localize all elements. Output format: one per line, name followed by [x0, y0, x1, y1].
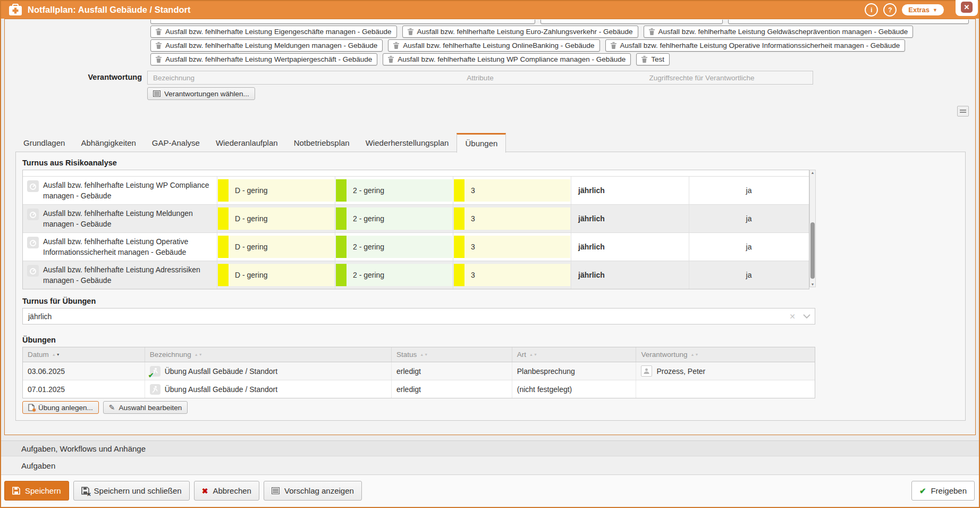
- uebung-anlegen-button[interactable]: ✱ Übung anlegen...: [22, 401, 99, 414]
- trash-icon[interactable]: [156, 56, 162, 63]
- risk-chip[interactable]: Ausfall bzw. fehlherhafte Leistung Onlin…: [388, 39, 599, 52]
- column-header-bezeichnung[interactable]: Bezeichnung ▲▼: [145, 347, 392, 362]
- tab-bar: Grundlagen Abhängigkeiten GAP-Analyse Wi…: [15, 132, 506, 152]
- close-button[interactable]: ✕: [961, 2, 973, 13]
- sort-icons: ▲▼: [529, 353, 537, 356]
- tab-abhaengigkeiten[interactable]: Abhängigkeiten: [73, 133, 143, 152]
- uebungen-table-header: Datum ▲▼ Bezeichnung ▲▼ Status ▲▼ Art ▲▼…: [23, 347, 815, 362]
- trash-icon[interactable]: [156, 42, 162, 49]
- tab-notbetriebsplan[interactable]: Notbetriebsplan: [286, 133, 358, 152]
- risk-chip[interactable]: Ausfall bzw. fehlherhafte Leistung Opera…: [605, 39, 906, 52]
- clear-icon[interactable]: ✕: [789, 312, 796, 321]
- chevron-down-icon: ▼: [933, 7, 937, 13]
- chip-partial[interactable]: [150, 20, 535, 24]
- check-icon: ✔: [148, 371, 154, 379]
- severity-bar-yellow: [218, 264, 229, 286]
- table-row[interactable]: Ausfall bzw. fehlherhafte Leistung WP Co…: [23, 177, 809, 205]
- trash-icon[interactable]: [156, 28, 162, 35]
- severity-bar-yellow: [218, 207, 229, 230]
- save-and-close-button[interactable]: ✕ Speichern und schließen: [73, 481, 190, 501]
- risk-item-icon: [27, 237, 39, 248]
- trash-icon[interactable]: [611, 42, 616, 49]
- risk-chip[interactable]: Ausfall bzw. fehlherhafte Leistung Meldu…: [150, 39, 383, 52]
- chip-row: Ausfall bzw. fehlherhafte Leistung Meldu…: [150, 39, 969, 52]
- trash-icon[interactable]: [649, 28, 655, 35]
- risk-chip[interactable]: Ausfall bzw. fehlherhafte Leistung Euro-…: [402, 26, 638, 38]
- sort-icons: ▲▼: [691, 353, 699, 356]
- turnus-select-label: Turnus für Übungen: [22, 297, 96, 305]
- risk-section-title: Turnus aus Risikoanalyse: [22, 159, 117, 167]
- verantwortung-label: Verantwortung: [5, 73, 142, 81]
- table-row[interactable]: Ausfall bzw. fehlherhafte Leistung Opera…: [23, 233, 809, 261]
- scroll-up-button[interactable]: ▲: [810, 171, 815, 174]
- severity-bar-yellow: [454, 236, 464, 258]
- uebungen-table: Datum ▲▼ Bezeichnung ▲▼ Status ▲▼ Art ▲▼…: [22, 347, 815, 398]
- table-row[interactable]: 07.01.2025 Übung Ausfall Gebäude / Stand…: [23, 380, 815, 398]
- risk-chip[interactable]: Ausfall bzw. fehlherhafte Leistung Eigen…: [150, 26, 397, 38]
- tab-grundlagen[interactable]: Grundlagen: [15, 133, 73, 152]
- chip-partial[interactable]: [728, 20, 969, 24]
- help-button[interactable]: ?: [883, 3, 897, 16]
- severity-bar-yellow: [218, 179, 229, 202]
- auswahl-bearbeiten-button[interactable]: ✎ Auswahl bearbeiten: [103, 401, 188, 414]
- notfallplan-form-panel: Ausfall bzw. fehlherhafte Leistung Eigen…: [4, 19, 976, 435]
- trash-icon[interactable]: [393, 42, 399, 49]
- section-aufgaben-workflows-anhaenge[interactable]: Aufgaben, Workflows und Anhänge: [1, 440, 979, 456]
- scroll-down-button[interactable]: ▼: [810, 282, 815, 286]
- verantwortungen-waehlen-button[interactable]: Verantwortungen wählen...: [147, 87, 255, 100]
- check-icon: ✔: [919, 486, 926, 496]
- verantwortung-table-header: Bezeichnung Attribute Zugriffsrechte für…: [147, 71, 813, 85]
- sort-icons: ▲▼: [52, 353, 60, 356]
- section-aufgaben[interactable]: Aufgaben: [1, 456, 979, 474]
- person-icon: [641, 365, 652, 377]
- chip-row: Ausfall bzw. fehlherhafte Leistung Eigen…: [150, 26, 969, 38]
- first-aid-kit-icon: [9, 4, 22, 16]
- severity-bar-yellow: [218, 236, 229, 258]
- scrollbar-thumb[interactable]: [810, 222, 815, 279]
- uebung-icon: ✔: [150, 366, 160, 377]
- risk-turnus-table: managen - Gebäude Ausfall bzw. fehlherha…: [22, 170, 809, 289]
- tab-wiederherstellungsplan[interactable]: Wiederherstellungsplan: [358, 133, 457, 152]
- uebung-icon: [150, 384, 160, 395]
- column-header-datum[interactable]: Datum ▲▼: [23, 347, 145, 362]
- trash-icon[interactable]: [641, 56, 647, 63]
- layout-toggle-button[interactable]: [957, 106, 969, 116]
- risk-chip[interactable]: Test: [636, 53, 670, 65]
- table-row[interactable]: Ausfall bzw. fehlherhafte Leistung Meldu…: [23, 205, 809, 233]
- table-row-clipped: managen - Gebäude: [23, 170, 809, 177]
- risk-chip[interactable]: Ausfall bzw. fehlherhafte Leistung Wertp…: [150, 53, 377, 65]
- table-row[interactable]: Ausfall bzw. fehlherhafte Leistung Adres…: [23, 261, 809, 289]
- risk-chip[interactable]: Ausfall bzw. fehlherhafte Leistung WP Co…: [383, 53, 631, 65]
- document-add-icon: ✱: [28, 404, 35, 411]
- tab-uebungen[interactable]: Übungen: [457, 133, 506, 153]
- column-header-verantwortung[interactable]: Verantwortung ▲▼: [636, 347, 815, 362]
- vorschlag-anzeigen-button[interactable]: Vorschlag anzeigen: [264, 481, 362, 501]
- column-header-status[interactable]: Status ▲▼: [392, 347, 512, 362]
- vertical-scrollbar[interactable]: ▲ ▼: [809, 170, 816, 287]
- severity-bar-green: [336, 264, 347, 286]
- save-icon: [12, 487, 20, 495]
- column-header-art[interactable]: Art ▲▼: [512, 347, 637, 362]
- trash-icon[interactable]: [388, 56, 394, 63]
- risk-chip[interactable]: Ausfall bzw. fehlherhafte Leistung Geldw…: [644, 26, 914, 38]
- chip-partial[interactable]: [540, 20, 723, 24]
- save-button[interactable]: Speichern: [4, 481, 69, 501]
- chip-row: Ausfall bzw. fehlherhafte Leistung Wertp…: [150, 53, 969, 65]
- risk-item-icon: [27, 209, 39, 220]
- extras-button[interactable]: Extras ▼: [902, 4, 944, 15]
- column-header-bezeichnung: Bezeichnung: [148, 74, 369, 82]
- severity-bar-green: [336, 207, 347, 230]
- severity-bar-green: [336, 179, 347, 202]
- tab-gap-analyse[interactable]: GAP-Analyse: [144, 133, 208, 152]
- tab-wiederanlaufplan[interactable]: Wiederanlaufplan: [208, 133, 286, 152]
- uebungen-section-title: Übungen: [22, 336, 56, 344]
- turnus-select[interactable]: jährlich ✕: [22, 308, 815, 324]
- uebungen-tab-panel: Turnus aus Risikoanalyse managen - Gebäu…: [15, 152, 966, 421]
- cancel-button[interactable]: ✖ Abbrechen: [194, 481, 259, 501]
- freigeben-button[interactable]: ✔ Freigeben: [911, 481, 975, 501]
- trash-icon[interactable]: [408, 28, 413, 35]
- table-row[interactable]: 03.06.2025 ✔ Übung Ausfall Gebäude / Sta…: [23, 362, 815, 380]
- chevron-down-icon[interactable]: [803, 314, 810, 319]
- list-icon: [272, 487, 280, 494]
- info-button[interactable]: i: [865, 3, 878, 16]
